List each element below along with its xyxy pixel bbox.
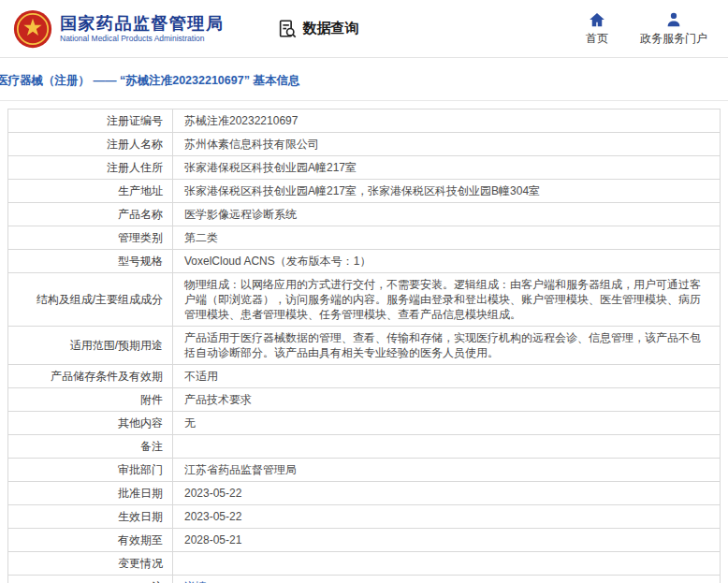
row-value: 产品适用于医疗器械数据的管理、查看、传输和存储，实现医疗机构的远程会诊、信息管理… [173,327,721,365]
row-value: 2028-05-21 [173,529,721,552]
header: 国家药品监督管理局 National Medical Products Admi… [0,0,728,58]
table-row: 生效日期2023-05-22 [8,505,721,529]
nav-home[interactable]: 首页 [586,11,608,47]
row-label: 生产地址 [8,180,173,203]
nav-gov-portal-label: 政务服务门户 [640,31,707,47]
table-row: 批准日期2023-05-22 [8,482,721,505]
row-label: 批准日期 [8,482,173,505]
device-info-table: 注册证编号苏械注准20232210697注册人名称苏州体素信息科技有限公司注册人… [7,109,721,583]
row-value: 2023-05-22 [173,505,721,529]
row-value: 苏州体素信息科技有限公司 [173,133,721,156]
row-value: 详情 [173,576,721,583]
table-row: 附件产品技术要求 [8,388,721,412]
row-label: 备注 [8,435,173,459]
breadcrumb: 医疗器械（注册） —— “苏械注准20232210697” 基本信息 [0,73,728,89]
table-row: 产品名称医学影像远程诊断系统 [8,203,721,226]
table-row: 其他内容无 [8,412,721,435]
table-row: 型号规格VoxelCloud ACNS（发布版本号：1） [8,250,721,273]
page: 国家药品监督管理局 National Medical Products Admi… [0,0,728,583]
row-label: 产品储存条件及有效期 [8,365,173,388]
table-row: 有效期至2028-05-21 [8,529,721,552]
row-value: 苏械注准20232210697 [173,109,721,133]
table-row: 注册人住所张家港保税区科技创业园A幢217室 [8,156,721,180]
row-label: 型号规格 [8,250,173,273]
row-value: 张家港保税区科技创业园A幢217室，张家港保税区科技创业园B幢304室 [173,180,721,203]
home-icon [589,11,605,28]
table-row: 生产地址张家港保税区科技创业园A幢217室，张家港保税区科技创业园B幢304室 [8,180,721,203]
info-table-body: 注册证编号苏械注准20232210697注册人名称苏州体素信息科技有限公司注册人… [8,109,721,583]
row-label: 结构及组成/主要组成成分 [8,273,173,327]
table-row: 注册人名称苏州体素信息科技有限公司 [8,133,721,156]
table-row: 产品储存条件及有效期不适用 [8,365,721,388]
row-label: ●注 [8,576,173,583]
row-value: 无 [173,412,721,435]
table-row: 管理类别第二类 [8,226,721,250]
row-label: 管理类别 [8,226,173,250]
row-label: 变更情况 [8,552,173,576]
row-label: 注册人住所 [8,156,173,180]
row-value: 产品技术要求 [173,388,721,412]
row-label: 附件 [8,388,173,412]
table-row: 备注 [8,435,721,459]
agency-logo[interactable]: 国家药品监督管理局 National Medical Products Admi… [13,9,225,49]
table-row: 变更情况 [8,552,721,576]
row-label: 其他内容 [8,412,173,435]
row-value: 物理组成：以网络应用的方式进行交付，不需要安装。逻辑组成：由客户端和服务器组成，… [173,273,721,327]
row-label: 适用范围/预期用途 [8,327,173,365]
row-value [173,552,721,576]
agency-name-en: National Medical Products Administration [60,34,225,44]
nav-gov-portal[interactable]: 政务服务门户 [640,11,707,47]
table-row: 适用范围/预期用途产品适用于医疗器械数据的管理、查看、传输和存储，实现医疗机构的… [8,327,721,365]
row-label: 注册证编号 [8,109,173,133]
nav-data-query-label: 数据查询 [303,20,359,37]
nav-data-query[interactable]: 数据查询 [277,19,359,39]
row-value: 不适用 [173,365,721,388]
row-label: 生效日期 [8,505,173,529]
row-value: 张家港保税区科技创业园A幢217室 [173,156,721,180]
row-label: 有效期至 [8,529,173,552]
row-label: 注册人名称 [8,133,173,156]
table-row: 注册证编号苏械注准20232210697 [8,109,721,133]
table-row: ●注详情 [8,576,721,583]
row-value: 2023-05-22 [173,482,721,505]
row-value [173,435,721,459]
header-nav-right: 首页 政务服务门户 [586,11,715,47]
nav-home-label: 首页 [586,31,608,47]
table-row: 结构及组成/主要组成成分物理组成：以网络应用的方式进行交付，不需要安装。逻辑组成… [8,273,721,327]
row-value: 第二类 [173,226,721,250]
portal-person-icon [665,11,682,28]
row-value: VoxelCloud ACNS（发布版本号：1） [173,250,721,273]
row-label: 产品名称 [8,203,173,226]
row-value: 江苏省药品监督管理局 [173,459,721,482]
row-value: 医学影像远程诊断系统 [173,203,721,226]
table-row: 审批部门江苏省药品监督管理局 [8,459,721,482]
row-label: 审批部门 [8,459,173,482]
national-emblem-icon [13,9,52,49]
breadcrumb-bar: 医疗器械（注册） —— “苏械注准20232210697” 基本信息 [0,58,728,101]
agency-name-cn: 国家药品监督管理局 [60,13,225,35]
data-query-icon [277,19,298,39]
